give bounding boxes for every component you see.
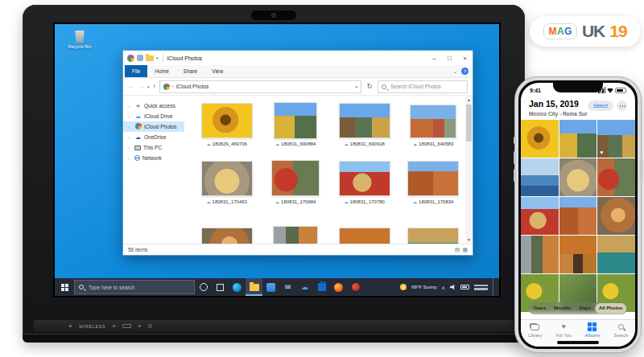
photo-file[interactable] — [330, 218, 399, 244]
photo-file[interactable]: ☁180831_640583 — [399, 102, 469, 147]
photo-tile-redheads[interactable] — [559, 197, 597, 235]
thumbnails-view-icon[interactable]: ▦ — [462, 247, 468, 253]
explorer-search-box[interactable] — [378, 80, 468, 93]
minimize-button[interactable]: – — [427, 51, 442, 65]
scroll-up-icon[interactable]: ▲ — [467, 96, 471, 104]
photo-file[interactable]: ☁180831_690918 — [330, 102, 399, 147]
photo-file[interactable] — [262, 218, 331, 244]
photo-thumbnail-redheads[interactable] — [407, 161, 459, 196]
tab-file[interactable]: File — [125, 65, 147, 77]
photo-thumbnail-curly-hair[interactable] — [201, 161, 253, 196]
photo-tile-couple[interactable] — [559, 120, 597, 158]
back-icon[interactable]: ← — [128, 84, 134, 90]
photo-thumbnail-red-jacket[interactable] — [339, 161, 390, 196]
quick-access-caret-icon[interactable]: ▾ — [156, 55, 159, 60]
photo-tile-red-jacket[interactable] — [521, 197, 559, 235]
volume-up-button[interactable] — [514, 151, 516, 164]
battery-icon[interactable] — [460, 285, 469, 289]
photo-file[interactable]: ☁180831_690884 — [262, 102, 331, 147]
address-dropdown-icon[interactable]: ▾ — [355, 84, 357, 89]
home-indicator[interactable] — [557, 341, 599, 344]
scrollbar[interactable]: ▲ ▼ — [465, 96, 473, 244]
help-icon[interactable]: ? — [461, 68, 469, 75]
start-button[interactable] — [55, 278, 74, 296]
taskbar-cortana-button[interactable] — [195, 278, 212, 296]
explorer-search-input[interactable] — [389, 83, 464, 90]
photo-tile-sunflower[interactable] — [521, 120, 559, 158]
power-button[interactable] — [640, 158, 642, 182]
photo-tile-two-women[interactable] — [597, 158, 635, 196]
forward-icon[interactable]: → — [138, 84, 144, 90]
expand-chevron-icon[interactable]: › — [128, 146, 132, 150]
scrollbar-thumb[interactable] — [466, 105, 472, 142]
taskbar-search-input[interactable] — [87, 284, 190, 291]
photo-tile-orange-wall[interactable] — [559, 236, 597, 273]
tab-view[interactable]: View — [204, 65, 230, 77]
volume-icon[interactable] — [450, 285, 456, 290]
photo-thumbnail-group[interactable] — [339, 103, 390, 138]
volume-down-button[interactable] — [514, 169, 516, 182]
taskbar-onedrive-button[interactable]: ☁ — [296, 278, 313, 296]
tray-overflow-icon[interactable]: ∧ — [442, 285, 445, 290]
photo-file[interactable]: ☁180831_170834 — [399, 160, 469, 205]
sidebar-item-onedrive[interactable]: › ☁ OneDrive — [123, 132, 184, 142]
sidebar-item-icloud-photos[interactable]: › iCloud Photos — [123, 121, 184, 132]
taskbar-firefox-button[interactable] — [330, 278, 347, 296]
photo-thumbnail-green-jacket[interactable] — [273, 226, 318, 244]
expand-chevron-icon[interactable]: › — [128, 125, 132, 129]
mute-switch[interactable] — [514, 137, 516, 144]
taskbar-browser-button[interactable] — [347, 278, 364, 296]
photo-file[interactable] — [192, 218, 262, 244]
expand-chevron-icon[interactable]: › — [128, 104, 132, 109]
photo-tile-green-jacket[interactable] — [521, 236, 559, 273]
photo-file[interactable] — [399, 218, 469, 244]
up-icon[interactable]: ↑ — [153, 84, 156, 90]
sidebar-item-network[interactable]: › Network — [123, 153, 184, 163]
photo-thumbnail-handstand[interactable] — [407, 228, 459, 244]
photo-thumbnail-selfie[interactable] — [410, 105, 456, 138]
sidebar-item-quick-access[interactable]: › ★ Quick access — [123, 101, 184, 111]
maximize-button[interactable]: □ — [442, 51, 457, 65]
weather-text[interactable]: 69°F Sunny — [411, 285, 436, 289]
more-button[interactable] — [617, 101, 627, 111]
photo-tile-group[interactable]: ♥ — [597, 120, 635, 158]
expand-chevron-icon[interactable]: › — [128, 156, 132, 161]
history-caret-icon[interactable]: ▾ — [147, 84, 150, 89]
refresh-icon[interactable]: ↻ — [365, 83, 374, 90]
tab-home[interactable]: Home — [147, 65, 175, 77]
photo-tile-handstand[interactable] — [597, 236, 635, 273]
photo-tile-curly-hair[interactable] — [559, 158, 597, 196]
segment-days[interactable]: Days — [576, 303, 595, 314]
photo-thumbnail-two-women[interactable] — [271, 160, 320, 196]
ribbon-collapse-icon[interactable]: ⌄ — [453, 68, 457, 74]
details-view-icon[interactable]: ▤ — [455, 247, 460, 253]
photo-file[interactable]: ☁180831_170780 — [330, 160, 399, 205]
select-button[interactable]: Select — [588, 101, 613, 111]
photo-thumbnail-couple[interactable] — [274, 102, 317, 139]
taskbar-edge-button[interactable] — [229, 278, 246, 296]
show-desktop-button[interactable] — [493, 278, 496, 296]
photo-file[interactable]: ☁180829_469706 — [192, 102, 262, 147]
taskbar-photos-button[interactable] — [262, 278, 279, 296]
tab-library[interactable]: Library — [521, 322, 550, 347]
segment-years[interactable]: Years — [529, 303, 550, 314]
expand-chevron-icon[interactable]: › — [128, 135, 132, 140]
scroll-down-icon[interactable]: ▼ — [467, 236, 471, 244]
photo-thumbnail-portrait[interactable] — [201, 228, 253, 244]
sidebar-item-this-pc[interactable]: › This PC — [123, 142, 184, 153]
recycle-bin-desktop-icon[interactable]: Recycle Bin — [64, 31, 95, 49]
segment-all-photos[interactable]: All Photos — [595, 303, 627, 314]
folder-icon[interactable] — [146, 55, 154, 61]
taskbar-task-view-button[interactable] — [212, 278, 229, 296]
photo-tile-portrait[interactable] — [597, 197, 635, 235]
segment-months[interactable]: Months — [550, 303, 575, 314]
tab-share[interactable]: Share — [176, 65, 204, 77]
quick-access-toolbar-icon[interactable] — [137, 55, 143, 61]
expand-chevron-icon[interactable]: › — [128, 114, 132, 119]
taskbar-store-button[interactable] — [313, 278, 330, 296]
tab-search[interactable]: Search — [607, 322, 636, 347]
photo-tile-ocean[interactable] — [521, 158, 559, 196]
photo-file[interactable]: ☁180831_170463 — [192, 160, 262, 205]
address-box[interactable]: › iCloud Photos ▾ — [159, 80, 361, 93]
taskbar-mail-button[interactable]: ✉ — [279, 278, 296, 296]
